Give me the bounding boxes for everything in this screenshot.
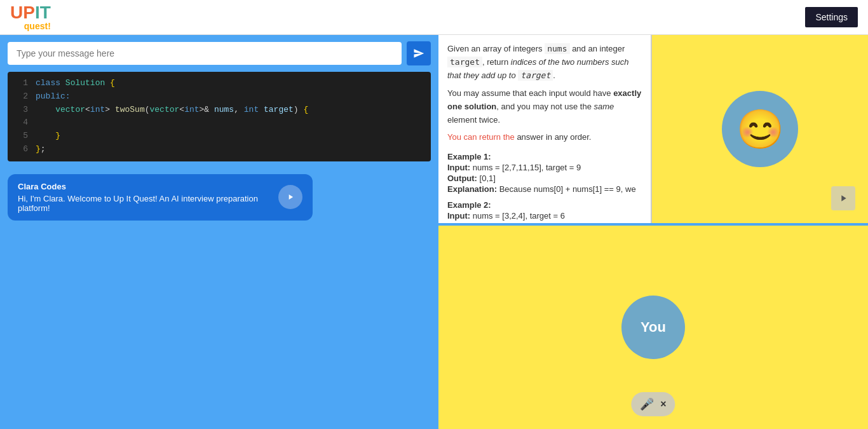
code-line-2: 2 public:: [8, 90, 431, 104]
main-area: 1 class Solution { 2 public: 3 vector<in…: [0, 35, 868, 429]
code-editor[interactable]: 1 class Solution { 2 public: 3 vector<in…: [8, 72, 431, 161]
right-top: Given an array of integers nums and an i…: [438, 35, 868, 226]
bubble-text: Hi, I'm Clara. Welcome to Up It Quest! A…: [18, 194, 272, 213]
settings-button[interactable]: Settings: [805, 7, 858, 27]
send-icon: [413, 48, 424, 59]
chat-messages: Clara Codes Hi, I'm Clara. Welcome to Up…: [0, 167, 438, 429]
right-panel: Given an array of integers nums and an i…: [438, 35, 868, 429]
you-avatar: You: [621, 296, 685, 359]
logo-quest: quest!: [10, 22, 51, 31]
send-button[interactable]: [407, 41, 431, 65]
code-line-3: 3 vector<int> twoSum(vector<int>& nums, …: [8, 104, 431, 117]
logo: UPIT quest!: [10, 4, 51, 31]
example-1: Example 1: Input: nums = [2,7,11,15], ta…: [447, 152, 642, 194]
video-panel: 😊: [652, 35, 868, 223]
chat-input-bar: [0, 35, 438, 72]
code-line-5: 5 }: [8, 130, 431, 143]
mic-icon: 🎤: [640, 397, 654, 411]
problem-description: Given an array of integers nums and an i…: [447, 43, 642, 82]
problem-panel: Given an array of integers nums and an i…: [438, 35, 652, 223]
code-line-1: 1 class Solution {: [8, 77, 431, 90]
video-play-button[interactable]: [831, 186, 855, 210]
logo-it: IT: [35, 3, 51, 22]
mic-bar: 🎤 ×: [631, 392, 675, 416]
left-panel: 1 class Solution { 2 public: 3 vector<in…: [0, 35, 438, 429]
chat-input[interactable]: [8, 42, 402, 65]
logo-up: UP: [10, 3, 35, 22]
video-play-icon: [838, 193, 848, 203]
problem-line3: You can return the answer in any order.: [447, 131, 642, 144]
code-line-4: 4: [8, 116, 431, 130]
clara-bubble: Clara Codes Hi, I'm Clara. Welcome to Up…: [8, 174, 313, 221]
mic-close-button[interactable]: ×: [660, 398, 666, 410]
play-icon: [286, 193, 295, 201]
right-bottom: You 🎤 ×: [438, 226, 868, 429]
play-button[interactable]: [278, 185, 302, 209]
bubble-content: Clara Codes Hi, I'm Clara. Welcome to Up…: [18, 182, 272, 213]
avatar: 😊: [722, 91, 798, 167]
problem-line2: You may assume that each input would hav…: [447, 87, 642, 126]
code-editor-area: 1 class Solution { 2 public: 3 vector<in…: [8, 72, 431, 161]
header: UPIT quest! Settings: [0, 0, 868, 35]
code-line-6: 6 };: [8, 143, 431, 156]
example-2: Example 2: Input: nums = [3,2,4], target…: [447, 200, 642, 223]
bubble-sender: Clara Codes: [18, 182, 272, 191]
